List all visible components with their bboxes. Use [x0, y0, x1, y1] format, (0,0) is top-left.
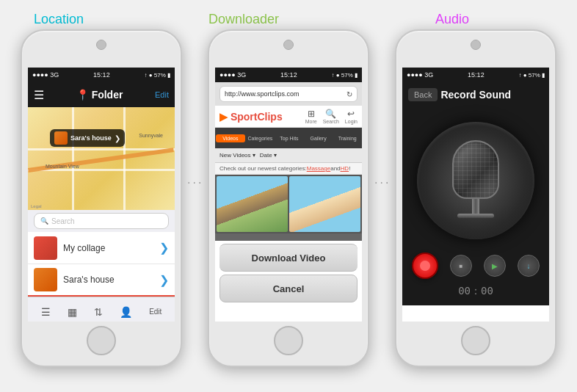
record-button[interactable] [412, 253, 438, 279]
stop-button[interactable]: ■ [450, 255, 472, 277]
location-list: My collage ❯ Sara's house ❯ [28, 232, 175, 297]
map-road [72, 107, 74, 210]
mic-grid-pattern [454, 142, 498, 197]
site-header: ▶ SportClips ⊞ More 🔍 Search ↩ Login [215, 106, 362, 128]
status-icons-3: ↑ ● 57% ▮ [518, 72, 545, 79]
mic-head [452, 140, 499, 199]
site-nav-icons: ⊞ More 🔍 Search ↩ Login [305, 109, 358, 124]
search-bar: 🔍 Search [28, 210, 175, 232]
tab-videos[interactable]: Videos [216, 134, 245, 142]
tab-top-hits[interactable]: Top Hits [275, 134, 304, 142]
item-label-collage: My collage [63, 243, 153, 253]
filter-date[interactable]: Date ▾ [260, 152, 277, 159]
stop-icon: ■ [460, 263, 463, 269]
edit-button[interactable]: Edit [155, 90, 169, 99]
item-arrow-icon: ❯ [159, 273, 169, 287]
item-thumbnail-collage [34, 236, 57, 260]
promo-text: Check out our newest categories: [219, 165, 307, 172]
mic-stand [472, 199, 479, 214]
phone-location: ●●●● 3G 15:12 ↑ ● 57% ▮ ☰ 📍 Folder Edit [21, 29, 182, 367]
site-logo-icon: ▶ [219, 111, 228, 123]
login-icon: ↩ [345, 109, 358, 119]
download-audio-icon: ↓ [527, 262, 531, 270]
site-tabs: Videos Categories Top Hits Gallery Train… [215, 128, 362, 148]
map-pin-thumbnail [54, 131, 68, 145]
promo-bar: Check out our newest categories: Massage… [215, 163, 362, 175]
mic-body [446, 140, 505, 221]
pin-icon: 📍 [76, 89, 89, 101]
toolbar-option-button[interactable]: Edit [149, 308, 162, 316]
list-item[interactable]: Sara's house ❯ [28, 264, 175, 297]
promo-link-massage[interactable]: Massage [307, 165, 330, 172]
promo-text-end: ! [349, 165, 350, 172]
search-label: Search [323, 119, 339, 124]
status-carrier-3: ●●●● 3G [407, 71, 433, 79]
status-time-3: 15:12 [468, 71, 485, 79]
download-video-button[interactable]: Download Video [219, 244, 358, 272]
cancel-label: Cancel [273, 283, 305, 294]
audio-content: ■ ▶ ↓ 00：00 [402, 107, 549, 305]
status-time-2: 15:12 [280, 71, 297, 79]
nav-icon-more[interactable]: ⊞ More [305, 109, 317, 124]
cancel-button[interactable]: Cancel [219, 275, 358, 302]
nav-icon-search[interactable]: 🔍 Search [323, 109, 339, 124]
microphone-graphic [417, 122, 534, 239]
back-button[interactable]: Back [408, 88, 438, 101]
search-icon-site: 🔍 [323, 109, 339, 119]
list-item[interactable]: My collage ❯ [28, 232, 175, 264]
video-thumbnail-2[interactable] [289, 176, 360, 232]
location-map[interactable]: Mountain View Sunnyvale Sara's house ❯ L… [28, 107, 175, 210]
download-audio-button[interactable]: ↓ [518, 255, 540, 277]
tab-categories[interactable]: Categories [246, 134, 275, 142]
more-label: More [305, 119, 317, 124]
video-thumbnail-1[interactable] [217, 176, 288, 232]
url-text: http://www.sportclips.com [225, 90, 300, 98]
location-toolbar: ☰ ▦ ⇅ 👤 Edit [28, 297, 175, 322]
url-bar: http://www.sportclips.com ↻ [215, 82, 362, 106]
tab-training[interactable]: Training [333, 134, 362, 142]
content-spacer [215, 233, 362, 241]
site-logo: ▶ SportClips [219, 111, 283, 123]
status-icons-2: ↑ ● 57% ▮ [331, 72, 358, 79]
audio-navbar: Back Record Sound [402, 82, 549, 107]
search-placeholder-text: Search [51, 217, 75, 225]
video-thumbnails [215, 175, 362, 233]
more-icon: ⊞ [305, 109, 317, 119]
url-input[interactable]: http://www.sportclips.com ↻ [219, 86, 358, 102]
play-button[interactable]: ▶ [484, 255, 506, 277]
hamburger-icon[interactable]: ☰ [34, 88, 44, 102]
phone-downloader-screen: ●●●● 3G 15:12 ↑ ● 57% ▮ http://www.sport… [215, 68, 362, 322]
record-dot-icon [420, 261, 430, 271]
audio-controls: ■ ▶ ↓ [412, 253, 540, 279]
toolbar-share-icon[interactable]: 👤 [120, 306, 132, 318]
separator-dots-2: ··· [374, 176, 391, 189]
toolbar-grid-icon[interactable]: ▦ [68, 306, 77, 318]
status-carrier-1: ●●●● 3G [32, 71, 59, 79]
search-icon: 🔍 [40, 217, 48, 225]
status-bar-3: ●●●● 3G 15:12 ↑ ● 57% ▮ [402, 68, 549, 82]
nav-icon-login[interactable]: ↩ Login [345, 109, 358, 124]
item-label-sara-house: Sara's house [63, 275, 153, 285]
mic-base [457, 214, 494, 218]
toolbar-sort-icon[interactable]: ⇅ [94, 306, 103, 318]
tab-gallery[interactable]: Gallery [304, 134, 333, 142]
play-icon: ▶ [492, 262, 498, 270]
toolbar-list-icon[interactable]: ☰ [41, 306, 51, 318]
status-time-1: 15:12 [93, 71, 110, 79]
location-navbar-title: 📍 Folder [76, 89, 123, 101]
status-icons-1: ↑ ● 57% ▮ [144, 72, 170, 79]
map-pin-bubble[interactable]: Sara's house ❯ [50, 129, 125, 147]
search-input[interactable]: 🔍 Search [34, 213, 169, 229]
promo-link-hd[interactable]: HD [341, 165, 349, 172]
refresh-icon[interactable]: ↻ [346, 90, 352, 98]
status-bar-1: ●●●● 3G 15:12 ↑ ● 57% ▮ [28, 68, 175, 82]
map-pin-label: Sara's house [70, 134, 112, 142]
filter-new-videos[interactable]: New Videos ▾ [219, 152, 255, 159]
phone-location-screen: ●●●● 3G 15:12 ↑ ● 57% ▮ ☰ 📍 Folder Edit [28, 68, 175, 322]
map-label-sunnyvale: Sunnyvale [139, 133, 163, 138]
section-title-location: Location [34, 12, 84, 27]
section-title-downloader: Downloader [208, 12, 279, 27]
status-carrier-2: ●●●● 3G [219, 71, 246, 79]
location-folder-label: Folder [92, 89, 123, 101]
section-title-audio: Audio [435, 12, 469, 27]
